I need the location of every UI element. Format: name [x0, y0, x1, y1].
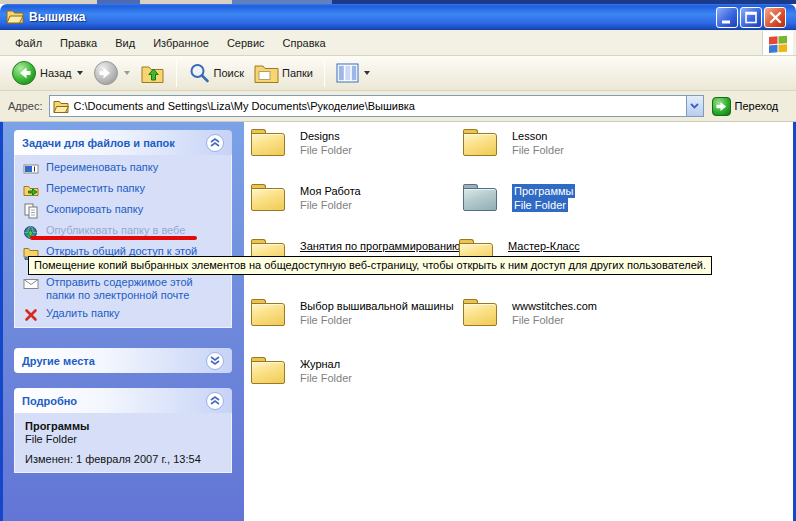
- minimize-icon: [719, 9, 736, 26]
- address-input[interactable]: C:\Documents and Settings\Liza\My Docume…: [49, 95, 704, 117]
- up-button[interactable]: [137, 61, 168, 85]
- folder-type: File Folder: [512, 198, 568, 212]
- task-delete-folder[interactable]: Удалить папку: [23, 307, 223, 323]
- tooltip: Помещение копий выбранных элементов на о…: [28, 256, 712, 275]
- folders-label: Папки: [282, 67, 313, 79]
- folder-type: File Folder: [300, 313, 352, 327]
- back-button[interactable]: Назад: [8, 60, 86, 86]
- forward-icon: [93, 60, 119, 86]
- folder-icon: [250, 298, 288, 328]
- panel-title: Задачи для файлов и папок: [22, 137, 175, 149]
- folder-tile-moya-rabota[interactable]: Моя РаботаFile Folder: [250, 183, 361, 213]
- task-link: Скопировать папку: [46, 203, 216, 216]
- details-folder-type: File Folder: [25, 433, 221, 445]
- folder-tile-designs[interactable]: DesignsFile Folder: [250, 128, 352, 158]
- folder-tile-vybor-mashiny[interactable]: Выбор вышивальной машиныFile Folder: [250, 298, 454, 328]
- menu-tools[interactable]: Сервис: [218, 34, 274, 52]
- go-arrow-icon: [712, 97, 731, 116]
- folders-icon: [254, 62, 279, 84]
- addressbar: Адрес: C:\Documents and Settings\Liza\My…: [0, 91, 796, 122]
- chevron-down-icon: [690, 103, 699, 109]
- window-title: Вышивка: [29, 10, 716, 24]
- back-dropdown-icon[interactable]: [77, 71, 83, 75]
- forward-button[interactable]: [90, 60, 133, 86]
- folder-icon: [462, 298, 500, 328]
- go-button[interactable]: Переход: [712, 97, 779, 116]
- folder-view: DesignsFile Folder LessonFile Folder Моя…: [244, 122, 793, 521]
- window-folder-icon: [6, 8, 24, 26]
- folder-name: Занятия по программированию: [300, 239, 460, 253]
- collapse-button[interactable]: [206, 134, 224, 152]
- task-rename-folder[interactable]: Переименовать папку: [23, 161, 223, 177]
- views-dropdown-icon[interactable]: [364, 71, 370, 75]
- panel-header[interactable]: Задачи для файлов и папок: [14, 130, 232, 155]
- panel-other-places: Другие места: [14, 348, 232, 373]
- close-icon: [767, 9, 784, 26]
- menu-favorites[interactable]: Избранное: [144, 34, 218, 52]
- panel-body: Переименовать папку Переместить папку Ск…: [14, 155, 232, 328]
- task-pane: Задачи для файлов и папок Переименовать …: [3, 122, 244, 521]
- email-icon: [23, 276, 39, 292]
- views-button[interactable]: [333, 63, 373, 83]
- chevron-up-icon: [210, 396, 220, 405]
- panel-file-folder-tasks: Задачи для файлов и папок Переименовать …: [14, 130, 232, 328]
- folder-type: File Folder: [300, 143, 352, 157]
- task-link: Переместить папку: [46, 182, 216, 195]
- folder-tile-lesson[interactable]: LessonFile Folder: [462, 128, 564, 158]
- menu-file[interactable]: Файл: [6, 34, 51, 52]
- panel-body: Программы File Folder Изменен: 1 февраля…: [14, 413, 232, 473]
- minimize-button[interactable]: [716, 7, 738, 28]
- titlebar[interactable]: Вышивка: [0, 4, 796, 30]
- folder-tile-programmy-selected[interactable]: ПрограммыFile Folder: [462, 183, 575, 213]
- folder-icon: [250, 183, 288, 213]
- explorer-window: Вышивка Файл Правка Вид Избранное Сервис…: [0, 0, 796, 521]
- chevron-up-icon: [210, 138, 220, 147]
- folder-tile-zhurnal[interactable]: ЖурналFile Folder: [250, 356, 352, 386]
- folder-name: Моя Работа: [300, 184, 361, 198]
- address-label: Адрес:: [8, 100, 43, 112]
- task-copy-folder[interactable]: Скопировать папку: [23, 203, 223, 219]
- menu-view[interactable]: Вид: [106, 34, 144, 52]
- folder-name: wwwstitches.com: [512, 299, 597, 313]
- toolbar-separator: [324, 59, 325, 87]
- expand-button[interactable]: [206, 352, 224, 370]
- panel-header[interactable]: Подробно: [14, 388, 232, 413]
- address-folder-icon: [53, 99, 69, 113]
- task-move-folder[interactable]: Переместить папку: [23, 182, 223, 198]
- toolbar-separator: [176, 59, 177, 87]
- search-button[interactable]: Поиск: [185, 62, 247, 85]
- task-link: Отправить содержимое этой папки по элект…: [46, 276, 216, 302]
- menu-help[interactable]: Справка: [274, 34, 335, 52]
- panel-details: Подробно Программы File Folder Изменен: …: [14, 388, 232, 473]
- panel-header[interactable]: Другие места: [14, 348, 232, 373]
- chevron-down-icon: [210, 356, 220, 365]
- folder-type: File Folder: [512, 313, 564, 327]
- collapse-button[interactable]: [206, 392, 224, 410]
- maximize-button[interactable]: [740, 7, 762, 28]
- folder-icon: [250, 128, 288, 158]
- folder-icon-selected: [462, 183, 500, 213]
- back-icon: [11, 60, 37, 86]
- details-modified: Изменен: 1 февраля 2007 г., 13:54: [25, 453, 221, 465]
- menu-edit[interactable]: Правка: [51, 34, 106, 52]
- folder-tile-wwwstitches[interactable]: wwwstitches.comFile Folder: [462, 298, 597, 328]
- window-body: Задачи для файлов и папок Переименовать …: [0, 122, 796, 521]
- task-email-folder-contents[interactable]: Отправить содержимое этой папки по элект…: [23, 276, 223, 302]
- red-underline-annotation: [30, 236, 197, 240]
- folder-icon: [250, 356, 288, 386]
- address-dropdown-button[interactable]: [686, 96, 703, 116]
- search-label: Поиск: [214, 67, 244, 79]
- folder-type: File Folder: [300, 198, 352, 212]
- folders-button[interactable]: Папки: [251, 62, 316, 84]
- toolbar: Назад Поиск: [0, 56, 796, 91]
- maximize-icon: [743, 9, 760, 26]
- forward-dropdown-icon: [124, 71, 130, 75]
- close-button[interactable]: [764, 7, 786, 28]
- folder-name: Выбор вышивальной машины: [300, 299, 454, 313]
- folder-name: Мастер-Класс: [508, 239, 580, 253]
- rename-icon: [23, 161, 39, 177]
- delete-icon: [23, 307, 39, 323]
- views-icon: [336, 63, 359, 83]
- folder-name: Журнал: [300, 357, 340, 371]
- folder-name: Lesson: [512, 129, 547, 143]
